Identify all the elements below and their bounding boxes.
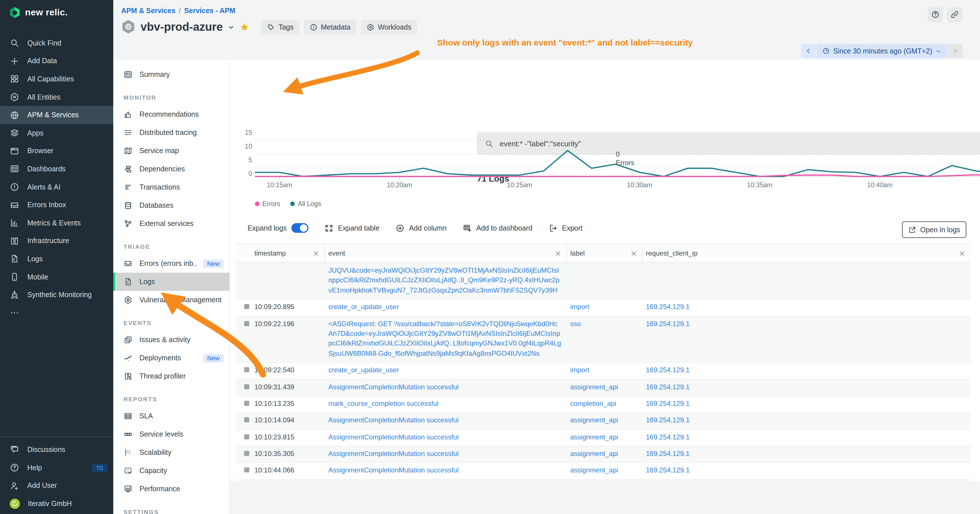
column-header-event[interactable]: event xyxy=(325,244,567,263)
subnav-item-deployments[interactable]: DeploymentsNew xyxy=(113,349,229,367)
sidebar-item-help[interactable]: Help70 xyxy=(0,458,113,477)
subnav-item-thread-profiler[interactable]: Thread profiler xyxy=(113,367,229,385)
copy-link-button[interactable] xyxy=(947,7,963,22)
open-in-logs-button[interactable]: Open in logs xyxy=(902,221,966,238)
time-back-button[interactable] xyxy=(801,44,816,58)
table-row[interactable]: 10:10:35.305AssignmentCompletionMutation… xyxy=(236,446,970,463)
expand-table-button[interactable]: Expand table xyxy=(325,223,380,232)
ip-link[interactable]: 169.254.129.1 xyxy=(646,303,690,311)
expand-logs-toggle[interactable] xyxy=(291,223,309,233)
sidebar-item-more[interactable] xyxy=(0,304,113,322)
subnav-item-logs[interactable]: Logs xyxy=(113,273,229,291)
row-marker[interactable] xyxy=(244,367,249,372)
row-marker[interactable] xyxy=(244,384,249,389)
event-link[interactable]: <ASGIRequest: GET '/sso/callback/?state=… xyxy=(328,320,561,357)
subnav-item-databases[interactable]: Databases xyxy=(113,196,229,215)
sidebar-item-add-user[interactable]: Add User xyxy=(0,477,113,495)
sidebar-item-add-data[interactable]: Add Data xyxy=(0,52,113,70)
metadata-button[interactable]: Metadata xyxy=(304,20,356,35)
event-link[interactable]: AssignmentCompletionMutation successful xyxy=(328,466,459,474)
breadcrumb-link-services-apm[interactable]: Services - APM xyxy=(184,7,235,15)
row-marker[interactable] xyxy=(244,321,249,326)
legend-item-errors[interactable]: Errors xyxy=(255,201,280,207)
table-row[interactable]: 10:10:13.235mark_course_completion succe… xyxy=(236,396,970,413)
ip-link[interactable]: 169.254.129.1 xyxy=(646,466,690,474)
entity-title[interactable]: vbv-prod-azure xyxy=(140,21,223,33)
event-link[interactable]: AssignmentCompletionMutation successful xyxy=(328,383,459,391)
remove-column-icon[interactable] xyxy=(554,250,562,257)
sidebar-item-dashboards[interactable]: Dashboards xyxy=(0,160,113,178)
ip-link[interactable]: 169.254.129.1 xyxy=(646,366,690,374)
ip-link[interactable]: 169.254.129.1 xyxy=(646,450,690,458)
subnav-item-recommendations[interactable]: Recommendations xyxy=(113,105,229,124)
table-row[interactable]: 10:09:20.895create_or_update_userimport1… xyxy=(236,299,970,316)
sidebar-item-mobile[interactable]: Mobile xyxy=(0,268,113,286)
add-to-dashboard-button[interactable]: Add to dashboard xyxy=(463,223,532,232)
subnav-item-issues-activity[interactable]: Issues & activity xyxy=(113,331,229,349)
event-link[interactable]: create_or_update_user xyxy=(328,303,399,311)
sidebar-item-all-entities[interactable]: All Entities xyxy=(0,88,113,106)
subnav-item-service-levels[interactable]: Service levels xyxy=(113,425,229,443)
sidebar-item-quick-find[interactable]: Quick Find xyxy=(0,34,113,52)
label-link[interactable]: assignment_api xyxy=(570,433,618,441)
row-marker[interactable] xyxy=(244,401,249,406)
sidebar-item-synthetic-monitoring[interactable]: Synthetic Monitoring xyxy=(0,286,113,304)
sidebar-item-metrics-events[interactable]: Metrics & Events xyxy=(0,214,113,232)
column-header-label[interactable]: label xyxy=(567,244,643,263)
sidebar-item-all-capabilities[interactable]: All Capabilities xyxy=(0,70,113,88)
table-row[interactable]: 10:10:23.815AssignmentCompletionMutation… xyxy=(236,430,970,446)
sidebar-item-iterativ-gmbh[interactable]: Iterativ GmbH xyxy=(0,495,113,513)
sidebar-item-browser[interactable]: Browser xyxy=(0,142,113,160)
label-link[interactable]: assignment_api xyxy=(570,383,618,391)
ip-link[interactable]: 169.254.129.1 xyxy=(646,383,690,391)
subnav-item-dependencies[interactable]: Dependencies xyxy=(113,160,229,178)
label-link[interactable]: assignment_api xyxy=(570,450,618,458)
row-marker[interactable] xyxy=(244,304,249,309)
add-column-button[interactable]: Add column xyxy=(396,223,447,232)
export-button[interactable]: Export xyxy=(548,223,582,232)
event-link[interactable]: AssignmentCompletionMutation successful xyxy=(328,433,459,441)
ip-link[interactable]: 169.254.129.1 xyxy=(646,433,690,441)
event-link[interactable]: AssignmentCompletionMutation successful xyxy=(328,416,459,424)
event-link[interactable]: AssignmentCompletionMutation successful xyxy=(328,450,459,458)
subnav-item-summary[interactable]: Summary xyxy=(113,65,229,84)
label-link[interactable]: completion_api xyxy=(570,399,616,407)
sidebar-item-apm-services[interactable]: APM & Services xyxy=(0,106,113,124)
sidebar-item-discussions[interactable]: Discussions xyxy=(0,441,113,459)
time-forward-button[interactable] xyxy=(948,44,963,58)
subnav-item-errors-errors-inb[interactable]: Errors (errors inb...New xyxy=(113,255,229,273)
label-link[interactable]: sso xyxy=(570,320,581,328)
ip-link[interactable]: 169.254.129.1 xyxy=(646,320,690,328)
row-marker[interactable] xyxy=(244,417,249,423)
new-relic-logo[interactable]: new relic. xyxy=(8,6,68,19)
help-button[interactable] xyxy=(928,7,943,22)
subnav-item-capacity[interactable]: Capacity xyxy=(113,461,229,480)
subnav-item-sla[interactable]: SLA xyxy=(113,407,229,425)
subnav-item-distributed-tracing[interactable]: Distributed tracing xyxy=(113,124,229,142)
column-header-timestamp[interactable]: timestamp xyxy=(251,244,325,263)
label-link[interactable]: import xyxy=(570,366,589,374)
breadcrumb-link-apm-services[interactable]: APM & Services xyxy=(121,7,175,15)
event-link[interactable]: mark_course_completion successful xyxy=(328,399,439,407)
table-row[interactable]: 10:09:22.196<ASGIRequest: GET '/sso/call… xyxy=(236,316,970,363)
remove-column-icon[interactable] xyxy=(958,250,966,257)
workloads-button[interactable]: Workloads xyxy=(361,20,417,35)
sidebar-item-infrastructure[interactable]: Infrastructure xyxy=(0,232,113,250)
event-link[interactable]: create_or_update_user xyxy=(328,366,399,374)
remove-column-icon[interactable] xyxy=(312,250,320,257)
sidebar-item-apps[interactable]: Apps xyxy=(0,124,113,142)
entity-chevron-down-icon[interactable] xyxy=(228,24,235,30)
row-marker[interactable] xyxy=(244,434,249,439)
column-header-ip[interactable]: request_client_ip xyxy=(643,244,970,263)
subnav-item-scalability[interactable]: Scalability xyxy=(113,443,229,461)
ip-link[interactable]: 169.254.129.1 xyxy=(646,416,690,424)
time-range-selector[interactable]: Since 30 minutes ago (GMT+2) xyxy=(817,44,947,58)
label-link[interactable]: assignment_api xyxy=(570,466,618,474)
subnav-item-performance[interactable]: Performance xyxy=(113,480,229,498)
table-row[interactable]: JUQVU&code=eyJraWQiOiJjcGItY29yZV8wOTI1M… xyxy=(236,263,970,299)
sidebar-item-logs[interactable]: Logs xyxy=(0,250,113,268)
subnav-item-transactions[interactable]: Transactions xyxy=(113,178,229,196)
legend-item-all-logs[interactable]: All Logs xyxy=(291,201,321,207)
row-marker[interactable] xyxy=(244,451,249,456)
sidebar-item-alerts-ai[interactable]: Alerts & AI xyxy=(0,178,113,196)
